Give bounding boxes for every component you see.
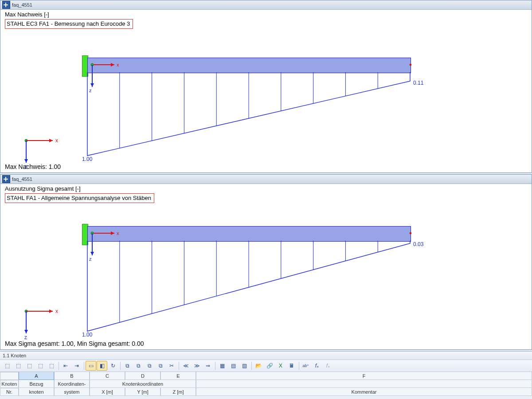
- separator: [120, 362, 121, 370]
- hdr-x: X [m]: [90, 388, 125, 396]
- tb-copy-icon[interactable]: ⧉: [122, 361, 133, 371]
- tb-refresh-icon[interactable]: ↻: [108, 361, 118, 371]
- svg-marker-19: [49, 139, 53, 142]
- svg-text:z: z: [89, 88, 92, 93]
- result-diagram: x z: [0, 10, 532, 172]
- tb-member-prev-icon[interactable]: ≪: [180, 361, 191, 371]
- app-icon: [2, 1, 10, 9]
- tb-find-icon[interactable]: ⬚: [35, 361, 46, 371]
- grid-tab-label[interactable]: 1.1 Knoten: [0, 352, 532, 360]
- axis-legend: x z: [13, 300, 66, 340]
- hdr-coords-group: Knotenkoordinaten: [90, 380, 196, 388]
- tb-cut-icon[interactable]: ✂: [166, 361, 177, 371]
- hdr-koordsys: Koordinaten-: [54, 380, 90, 388]
- hdr-bezug: Bezug: [19, 380, 54, 388]
- pane-titlebar[interactable]: faq_4551: [0, 175, 532, 184]
- pane-title: faq_4551: [12, 2, 32, 8]
- tb-delete-icon[interactable]: ⧉: [144, 361, 155, 371]
- tb-number-icon[interactable]: ▧: [239, 361, 250, 371]
- svg-marker-46: [24, 330, 28, 333]
- tb-import-icon[interactable]: ⇤: [60, 361, 71, 371]
- result-type-label: Ausnutzung Sigma gesamt [-]: [5, 185, 81, 192]
- tb-sort-desc-icon[interactable]: ⬚: [13, 361, 23, 371]
- separator: [251, 362, 252, 370]
- tb-filter-icon[interactable]: ⬚: [24, 361, 35, 371]
- tb-goto-icon[interactable]: ⬚: [46, 361, 57, 371]
- svg-marker-22: [24, 159, 28, 163]
- tb-member-end-icon[interactable]: ⇒: [203, 361, 213, 371]
- corner-cell[interactable]: [0, 372, 19, 380]
- beam-member: [87, 226, 411, 242]
- svg-marker-43: [49, 309, 53, 313]
- drawing-canvas[interactable]: Max Nachweis [-] STAHL EC3 FA1 - Bemessu…: [0, 10, 532, 172]
- drawing-canvas[interactable]: Ausnutzung Sigma gesamt [-] STAHL FA1 - …: [0, 184, 532, 349]
- tb-clear-icon[interactable]: ⧉: [155, 361, 166, 371]
- col-A[interactable]: A: [19, 372, 54, 380]
- sheet-grid[interactable]: A B C D E F Knoten Bezug Koordinaten- Kn…: [0, 372, 532, 396]
- result-diagram: x z: [0, 184, 532, 349]
- grid-toolbar: ⬚ ⬚ ⬚ ⬚ ⬚ ⇤ ⇥ ▭ ◧ ↻ ⧉ ⧉ ⧉ ⧉ ✂ ≪ ≫ ⇒ ▦ ▤ …: [0, 360, 532, 372]
- module-label: STAHL FA1 - Allgemeine Spannungsanalyse …: [5, 193, 154, 203]
- pane-titlebar[interactable]: faq_4551: [0, 0, 532, 10]
- tb-select-mode-icon[interactable]: ▭: [86, 361, 96, 371]
- svg-marker-38: [90, 252, 94, 255]
- separator: [59, 362, 59, 370]
- app-icon: [2, 175, 10, 183]
- tb-calc-icon[interactable]: 🖩: [286, 361, 297, 371]
- tb-units-icon[interactable]: ▤: [228, 361, 239, 371]
- diagram-pane-2: faq_4551 Ausnutzung Sigma gesamt [-] STA…: [0, 174, 532, 350]
- tb-paste-icon[interactable]: ⧉: [133, 361, 144, 371]
- tb-sort-asc-icon[interactable]: ⬚: [2, 361, 12, 371]
- data-grid-panel: 1.1 Knoten ⬚ ⬚ ⬚ ⬚ ⬚ ⇤ ⇥ ▭ ◧ ↻ ⧉ ⧉ ⧉ ⧉ ✂…: [0, 351, 532, 399]
- beam-member: [87, 58, 411, 73]
- row-hdr-2: Nr.: [0, 388, 19, 396]
- value-left: 1.00: [82, 332, 92, 338]
- svg-marker-14: [90, 83, 94, 87]
- summary-label: Max Nachweis: 1.00: [5, 163, 61, 170]
- summary-label: Max Sigma gesamt: 1.00, Min Sigma gesamt…: [5, 340, 144, 347]
- value-right: 0.03: [413, 241, 423, 247]
- tb-member-next-icon[interactable]: ≫: [192, 361, 202, 371]
- tb-export-icon[interactable]: ⇥: [71, 361, 82, 371]
- value-left: 1.00: [82, 156, 92, 162]
- svg-text:x: x: [55, 137, 58, 144]
- svg-text:z: z: [89, 256, 92, 262]
- module-label: STAHL EC3 FA1 - Bemessung nach Eurocode …: [5, 19, 133, 29]
- hdr-y: Y [m]: [125, 388, 160, 396]
- tb-rename-icon[interactable]: ab⁼: [301, 361, 311, 371]
- diagram-pane-1: faq_4551 Max Nachweis [-] STAHL EC3 FA1 …: [0, 0, 532, 173]
- separator: [84, 362, 84, 370]
- tb-pick-mode-icon[interactable]: ◧: [97, 361, 107, 371]
- hdr-z: Z [m]: [160, 388, 196, 396]
- col-E[interactable]: E: [160, 372, 196, 380]
- svg-text:x: x: [55, 308, 58, 314]
- tb-colorize-icon[interactable]: ▦: [217, 361, 227, 371]
- tb-openfile-icon[interactable]: 📂: [253, 361, 264, 371]
- separator: [215, 362, 215, 370]
- tb-fx-off-icon[interactable]: fₓ: [323, 361, 333, 371]
- hdr-comment: Kommentar: [196, 388, 532, 396]
- hdr-comment-group: [196, 380, 532, 388]
- col-B[interactable]: B: [54, 372, 90, 380]
- hdr-bezug2: knoten: [19, 388, 54, 396]
- col-C[interactable]: C: [90, 372, 125, 380]
- col-D[interactable]: D: [125, 372, 160, 380]
- col-F[interactable]: F: [196, 372, 532, 380]
- tb-link-icon[interactable]: 🔗: [264, 361, 275, 371]
- tb-function-icon[interactable]: fₓ: [312, 361, 322, 371]
- svg-text:z: z: [24, 334, 27, 340]
- pane-title: faq_4551: [12, 176, 32, 182]
- separator: [299, 362, 299, 370]
- value-right: 0.11: [413, 80, 423, 86]
- hdr-system: system: [54, 388, 90, 396]
- tb-excel-icon[interactable]: X: [275, 361, 286, 371]
- separator: [179, 362, 179, 370]
- result-type-label: Max Nachweis [-]: [5, 11, 49, 18]
- row-hdr-1: Knoten: [0, 380, 19, 388]
